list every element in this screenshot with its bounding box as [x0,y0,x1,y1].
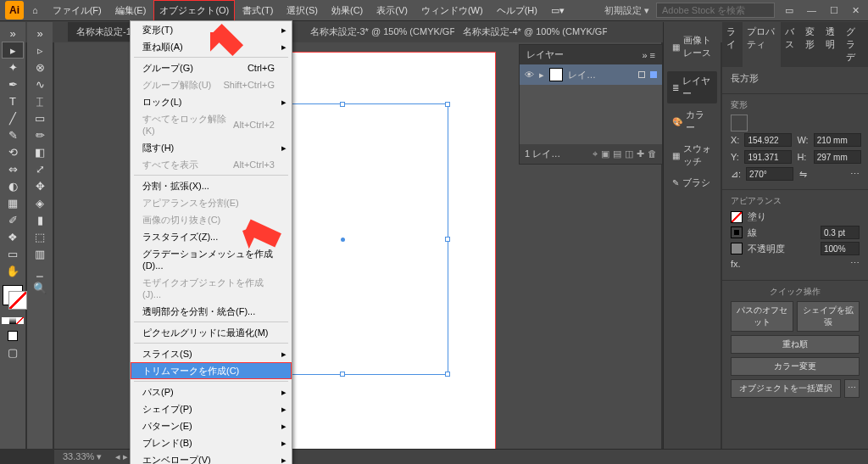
fill-swatch[interactable] [731,211,743,223]
direct-selection-tool[interactable]: ▹ [30,42,50,58]
stock-search-input[interactable] [656,3,775,18]
screen-mode-icon[interactable]: ▢ [3,344,23,360]
symbol-tool[interactable]: ❖ [3,229,23,244]
arrange-button[interactable]: 重ね順 [731,335,860,354]
curvature-tool[interactable]: ∿ [30,76,50,92]
w-input[interactable] [814,133,861,147]
menu-item[interactable]: ブレンド(B)▸ [131,434,292,451]
trash-icon[interactable]: 🗑 [648,148,657,159]
eyedropper-tool[interactable]: ✐ [3,212,23,227]
chevron-icon[interactable]: » [30,25,50,41]
pen-tool[interactable]: ✒ [3,76,23,92]
menu-item[interactable]: グラデーションメッシュを作成(D)... [131,245,292,274]
layer-row[interactable]: 👁 ▸ レイ… [520,64,662,85]
expand-shape-button[interactable]: シェイプを拡張 [797,301,860,332]
menu-item[interactable]: トリムマークを作成(C) [131,362,292,379]
collapse-icon[interactable]: » [642,50,647,60]
dock-swatches[interactable]: ▦ スウォッチ [667,139,717,171]
menu-item[interactable]: パターン(E)▸ [131,417,292,434]
menu-item[interactable]: シェイプ(P)▸ [131,400,292,417]
dock-image-trace[interactable]: ▦ 画像トレース [667,31,717,63]
eraser-tool[interactable]: ◧ [30,144,50,159]
menu-item[interactable]: スライス(S)▸ [131,345,292,362]
zoom-tool[interactable]: 🔍 [30,280,50,295]
new-icon[interactable]: ✚ [637,148,644,159]
layers-panel[interactable]: レイヤー » ≡ 👁 ▸ レイ… 1 レイ… ⌖▣▤◫✚🗑 [519,44,663,165]
doc-tab[interactable]: 名称未設定-3* @ 150% (CMYK/GPU…× [302,22,454,42]
doc-tab[interactable]: 名称未設定-4* @ 100% (CMYK/GPU…× [454,22,607,42]
menu-item[interactable]: 分割・拡張(X)... [131,177,292,194]
new-layer-icon[interactable]: ▤ [613,148,621,159]
clip-icon[interactable]: ◫ [625,148,633,159]
tab-properties[interactable]: プロパティ [743,22,781,67]
locate-icon[interactable]: ⌖ [593,148,598,159]
magic-wand-tool[interactable]: ✦ [3,59,23,75]
tab-transform[interactable]: 変形 [801,22,821,67]
draw-mode-icons[interactable] [8,331,18,343]
fill-stroke-swatch[interactable] [3,285,23,305]
brush-tool[interactable]: ✎ [3,127,23,143]
y-input[interactable] [744,150,792,164]
color-mode-bar[interactable] [2,317,24,324]
menu-window[interactable]: ウィンドウ(W) [415,0,489,21]
menu-item[interactable]: ロック(L)▸ [131,93,292,110]
panel-menu-icon[interactable]: ≡ [650,50,655,60]
home-icon[interactable]: ⌂ [32,5,38,15]
angle-input[interactable] [746,167,793,181]
offset-path-button[interactable]: パスのオフセット [731,301,793,332]
h-input[interactable] [814,150,861,164]
more-icon[interactable]: ⋯ [844,379,860,398]
visibility-icon[interactable]: 👁 [525,70,534,80]
perspective-tool[interactable]: ◈ [30,195,50,210]
chevron-icon[interactable]: » [3,25,23,41]
menu-item[interactable]: グループ(G)Ctrl+G [131,59,292,76]
gradient-tool[interactable]: ▮ [30,212,50,227]
artboard-nav[interactable]: ◂ ▸ [115,451,128,462]
tab-grad[interactable]: グラデ [842,22,868,67]
zoom-level[interactable]: 33.33% ▾ [63,451,102,462]
menu-item[interactable]: パス(P)▸ [131,383,292,400]
free-transform-tool[interactable]: ✥ [30,178,50,193]
slice-tool[interactable]: ⎯ [30,263,50,278]
rectangle-tool[interactable]: ▭ [30,110,50,126]
dock-color[interactable]: 🎨 カラー [667,105,717,137]
menu-item[interactable]: 隠す(H)▸ [131,139,292,156]
menu-type[interactable]: 書式(T) [236,0,279,21]
line-tool[interactable]: ╱ [3,110,23,126]
tab-transp[interactable]: 透明 [821,22,842,67]
expand-icon[interactable]: ▸ [539,70,544,81]
rotate-tool[interactable]: ⟲ [3,144,23,159]
scale-tool[interactable]: ⤢ [30,161,50,176]
stroke-weight-input[interactable] [821,226,860,239]
menu-file[interactable]: ファイル(F) [47,0,108,21]
window-max-icon[interactable]: ☐ [826,5,842,16]
blend-tool[interactable]: ⬚ [30,229,50,244]
touch-type-tool[interactable]: ⌶ [30,93,50,109]
workspace-switcher[interactable]: 初期設定 ▾ [604,4,649,17]
selection-tool[interactable]: ▸ [3,42,23,58]
dock-brushes[interactable]: ✎ ブラシ [667,173,717,193]
recolor-button[interactable]: カラー変更 [731,357,860,376]
window-close-icon[interactable]: ✕ [849,5,863,16]
more-options-icon[interactable]: ⋯ [812,169,860,180]
target-icon[interactable] [638,71,645,78]
width-tool[interactable]: ⇔ [3,161,23,176]
menu-effect[interactable]: 効果(C) [326,0,369,21]
shape-builder-tool[interactable]: ◐ [3,178,23,193]
dock-layers[interactable]: ≣ レイヤー [667,71,717,103]
menu-edit[interactable]: 編集(E) [109,0,153,21]
fx-label[interactable]: fx. [731,259,741,269]
menu-item[interactable]: ピクセルグリッドに最適化(M) [131,324,292,341]
window-restore-icon[interactable]: ▭ [782,5,797,16]
more-options-icon[interactable]: ⋯ [850,258,860,269]
mesh-tool[interactable]: ▦ [3,195,23,210]
layer-name[interactable]: レイ… [568,69,596,81]
hand-tool[interactable]: ✋ [3,263,23,278]
opacity-input[interactable] [821,242,860,255]
start-global-edit-button[interactable]: オブジェクトを一括選択 [731,379,841,398]
pencil-tool[interactable]: ✏ [30,127,50,143]
stroke-swatch[interactable] [731,226,743,238]
menu-item[interactable]: 透明部分を分割・統合(F)... [131,303,292,320]
menu-view[interactable]: 表示(V) [370,0,414,21]
layers-panel-header[interactable]: レイヤー » ≡ [520,45,662,64]
